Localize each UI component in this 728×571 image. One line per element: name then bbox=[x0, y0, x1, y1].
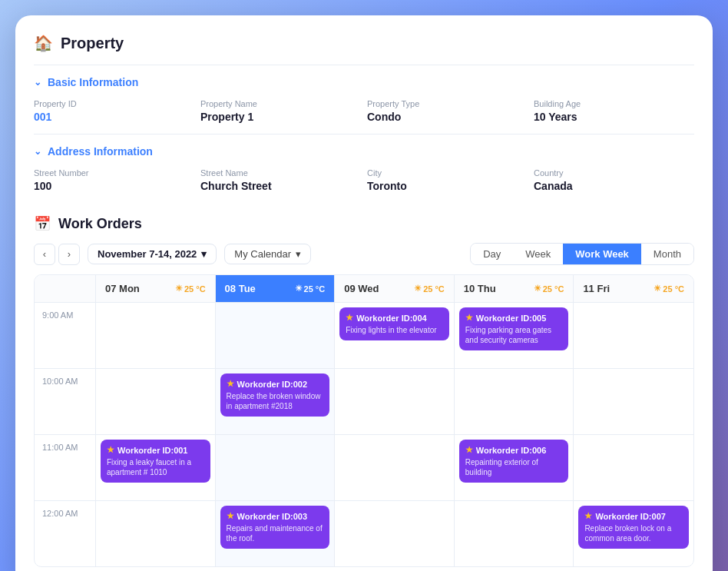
cell-tue-11am bbox=[216, 435, 336, 500]
building-age-label: Building Age bbox=[534, 99, 694, 108]
wo-card-004-title: ★ Workorder ID:004 bbox=[346, 313, 443, 323]
cell-mon-10am bbox=[96, 369, 216, 434]
building-age-value: 10 Years bbox=[534, 111, 694, 123]
chevron-icon-2: ⌄ bbox=[34, 146, 41, 157]
cell-thu-11am: ★ Workorder ID:006 Repainting exterior o… bbox=[455, 435, 574, 500]
cell-mon-11am: ★ Workorder ID:001 Fixing a leaky faucet… bbox=[96, 435, 216, 500]
wo-card-002-desc: Replace the broken window in apartment #… bbox=[227, 391, 324, 411]
cell-tue-12am: ★ Workorder ID:003 Repairs and maintenan… bbox=[216, 501, 336, 566]
header-wed: 09 Wed ☀ 25 °C bbox=[335, 275, 455, 302]
address-info-section: ⌄ Address Information Street Number 100 … bbox=[34, 134, 694, 203]
wo-card-007-desc: Replace broken lock on a common area doo… bbox=[584, 523, 683, 543]
header-fri: 11 Fri ☀ 25 °C bbox=[574, 275, 693, 302]
cell-wed-11am bbox=[335, 435, 455, 500]
star-icon-6: ★ bbox=[227, 511, 234, 521]
wo-card-006-title: ★ Workorder ID:006 bbox=[465, 445, 563, 455]
weather-fri: ☀ 25 °C bbox=[654, 284, 684, 294]
building-age-field: Building Age 10 Years bbox=[534, 99, 694, 123]
calendar-header-row: 07 Mon ☀ 25 °C 08 Tue ☀ 25 °C 09 Wed ☀ 2… bbox=[35, 275, 693, 303]
street-number-value: 100 bbox=[34, 180, 194, 192]
nav-buttons: ‹ › bbox=[34, 244, 80, 265]
street-number-field: Street Number 100 bbox=[34, 168, 194, 192]
weather-thu: ☀ 25 °C bbox=[534, 284, 564, 294]
star-icon-3: ★ bbox=[227, 379, 234, 389]
sun-icon-tue: ☀ bbox=[295, 284, 303, 294]
date-range-chevron-icon: ▾ bbox=[201, 248, 207, 260]
cell-thu-9am: ★ Workorder ID:005 Fixing parking area g… bbox=[455, 303, 574, 368]
calendar-toolbar: ‹ › November 7-14, 2022 ▾ My Calendar ▾ … bbox=[34, 243, 694, 265]
wo-card-002-title: ★ Workorder ID:002 bbox=[227, 379, 324, 389]
cell-tue-9am bbox=[216, 303, 336, 368]
cell-fri-11am bbox=[574, 435, 693, 500]
cell-wed-9am: ★ Workorder ID:004 Fixing lights in the … bbox=[335, 303, 455, 368]
sun-icon-wed: ☀ bbox=[414, 284, 422, 294]
next-button[interactable]: › bbox=[58, 244, 80, 265]
time-row-11am: 11:00 AM ★ Workorder ID:001 Fixing a lea… bbox=[35, 435, 693, 501]
wo-card-007[interactable]: ★ Workorder ID:007 Replace broken lock o… bbox=[578, 506, 689, 549]
wo-card-004-desc: Fixing lights in the elevator bbox=[346, 325, 443, 335]
wo-card-006-desc: Repainting exterior of building bbox=[465, 457, 563, 477]
property-id-field: Property ID 001 bbox=[34, 99, 194, 123]
day-display-fri: 11 Fri bbox=[583, 283, 610, 294]
wo-card-005[interactable]: ★ Workorder ID:005 Fixing parking area g… bbox=[459, 307, 569, 350]
wo-card-001[interactable]: ★ Workorder ID:001 Fixing a leaky faucet… bbox=[101, 440, 210, 483]
header-thu: 10 Thu ☀ 25 °C bbox=[455, 275, 574, 302]
basic-info-grid: Property ID 001 Property Name Property 1… bbox=[34, 99, 694, 123]
header-tue: 08 Tue ☀ 25 °C bbox=[216, 275, 336, 302]
calendar-dropdown-label: My Calendar bbox=[234, 248, 291, 260]
star-icon-2: ★ bbox=[465, 313, 473, 323]
weather-mon: ☀ 25 °C bbox=[175, 284, 206, 294]
tab-work-week[interactable]: Work Week bbox=[563, 244, 641, 264]
house-icon: 🏠 bbox=[34, 34, 53, 52]
basic-info-section: ⌄ Basic Information Property ID 001 Prop… bbox=[34, 65, 694, 134]
prev-button[interactable]: ‹ bbox=[34, 244, 55, 265]
star-icon-4: ★ bbox=[107, 445, 114, 455]
star-icon-5: ★ bbox=[465, 445, 473, 455]
wo-card-003[interactable]: ★ Workorder ID:003 Repairs and maintenan… bbox=[220, 506, 330, 549]
day-display-wed: 09 Wed bbox=[344, 283, 379, 294]
property-type-field: Property Type Condo bbox=[367, 99, 528, 123]
star-icon-7: ★ bbox=[584, 511, 592, 521]
country-label: Country bbox=[534, 168, 694, 178]
calendar-dropdown-button[interactable]: My Calendar ▾ bbox=[224, 244, 311, 264]
tab-week[interactable]: Week bbox=[513, 244, 563, 264]
cell-mon-12am bbox=[96, 501, 216, 566]
day-display-tue: 08 Tue bbox=[225, 283, 256, 294]
time-label-9am: 9:00 AM bbox=[35, 303, 96, 368]
street-name-value: Church Street bbox=[200, 180, 361, 192]
wo-card-007-title: ★ Workorder ID:007 bbox=[584, 511, 683, 521]
calendar-grid: 07 Mon ☀ 25 °C 08 Tue ☀ 25 °C 09 Wed ☀ 2… bbox=[34, 274, 694, 567]
cell-fri-10am bbox=[574, 369, 693, 434]
street-name-field: Street Name Church Street bbox=[200, 168, 361, 192]
date-range-button[interactable]: November 7-14, 2022 ▾ bbox=[88, 244, 217, 264]
calendar-dropdown-chevron-icon: ▾ bbox=[296, 248, 301, 260]
sun-icon-mon: ☀ bbox=[175, 284, 183, 294]
wo-card-005-title: ★ Workorder ID:005 bbox=[465, 313, 563, 323]
tab-day[interactable]: Day bbox=[471, 244, 513, 264]
cell-wed-12am bbox=[335, 501, 455, 566]
property-name-field: Property Name Property 1 bbox=[200, 99, 361, 123]
view-tabs: Day Week Work Week Month bbox=[470, 243, 694, 265]
time-row-9am: 9:00 AM ★ Workorder ID:004 Fixing lights… bbox=[35, 303, 693, 369]
property-name-label: Property Name bbox=[200, 99, 361, 108]
wo-card-006[interactable]: ★ Workorder ID:006 Repainting exterior o… bbox=[459, 440, 569, 483]
work-orders-title: Work Orders bbox=[58, 216, 142, 232]
property-id-value[interactable]: 001 bbox=[34, 111, 194, 123]
chevron-icon: ⌄ bbox=[34, 77, 41, 88]
weather-tue: ☀ 25 °C bbox=[295, 284, 326, 294]
street-number-label: Street Number bbox=[34, 168, 194, 178]
work-orders-header: 📅 Work Orders bbox=[34, 215, 694, 232]
city-value: Toronto bbox=[367, 180, 528, 192]
address-info-grid: Street Number 100 Street Name Church Str… bbox=[34, 168, 694, 192]
country-field: Country Canada bbox=[534, 168, 694, 192]
property-id-label: Property ID bbox=[34, 99, 194, 108]
time-label-11am: 11:00 AM bbox=[35, 435, 96, 500]
cell-mon-9am bbox=[96, 303, 216, 368]
property-header: 🏠 Property bbox=[34, 34, 694, 52]
header-mon: 07 Mon ☀ 25 °C bbox=[96, 275, 216, 302]
cell-thu-12am bbox=[455, 501, 574, 566]
star-icon: ★ bbox=[346, 313, 353, 323]
tab-month[interactable]: Month bbox=[641, 244, 693, 264]
wo-card-004[interactable]: ★ Workorder ID:004 Fixing lights in the … bbox=[339, 307, 449, 340]
wo-card-002[interactable]: ★ Workorder ID:002 Replace the broken wi… bbox=[220, 373, 330, 417]
